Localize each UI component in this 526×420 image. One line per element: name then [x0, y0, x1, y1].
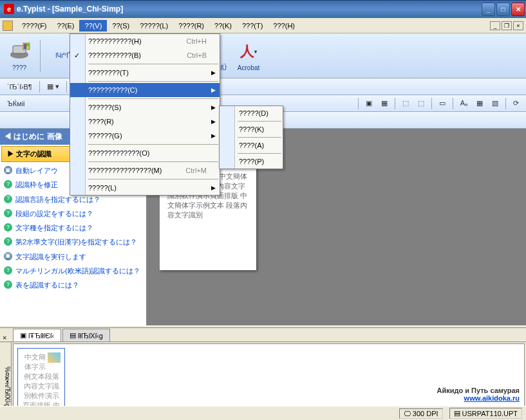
minimize-button[interactable]: _ — [482, 3, 495, 16]
svg-rect-6 — [26, 46, 29, 49]
menu-item[interactable]: ???????????(H)Ctrl+H — [70, 34, 220, 48]
scan-group[interactable]: ???? — [4, 39, 35, 73]
watermark: Айкидо и Путь самурая www.aikidoka.ru — [437, 387, 520, 402]
tool-icon[interactable]: ▣ — [362, 97, 375, 109]
menu-6[interactable]: ??(K) — [209, 20, 237, 32]
app-acrobat[interactable]: 人 ▾Acrobat — [233, 39, 264, 73]
menu-item[interactable]: ??????????(C)▶ — [70, 83, 220, 97]
mdi-close[interactable]: × — [513, 21, 523, 30]
acrobat-icon: 人 ▾ — [237, 40, 260, 63]
check-icon: ✓ — [74, 51, 80, 60]
titlebar: e e.Typist - [Sample_Chi-Simp] _ □ ✕ — [0, 0, 526, 18]
tool-icon[interactable]: ▦ — [473, 97, 486, 109]
doc-icon — [3, 21, 13, 31]
monitor-icon: 🖵 — [404, 410, 411, 417]
doc-icon: ▤ — [70, 331, 76, 340]
task-item[interactable]: 文字種を指定するには？ — [0, 221, 146, 235]
menu-2[interactable]: ??(V) — [79, 20, 107, 32]
app-icon: e — [4, 4, 14, 14]
submenu-arrow-icon: ▶ — [211, 132, 216, 139]
tool-icon[interactable]: ▦ — [378, 97, 391, 109]
tool-icon[interactable]: ⬚ — [415, 97, 427, 109]
tool-label: ´ſЂ´ſ›В¶ — [4, 81, 35, 93]
menu-item[interactable]: ??????(G)▶ — [70, 129, 220, 143]
submenu-arrow-icon: ▶ — [211, 87, 216, 93]
tool-icon[interactable]: ⟳ — [510, 97, 522, 109]
task-item[interactable]: 文字認識を実行します — [0, 250, 146, 264]
doc-icon: ▣ — [20, 331, 26, 340]
tool-icon[interactable]: ▧ — [489, 97, 502, 109]
submenu-arrow-icon: ▶ — [211, 104, 216, 111]
scanner-icon — [8, 40, 31, 63]
menu-1[interactable]: ??(E) — [52, 20, 80, 32]
menu-7[interactable]: ???(T) — [237, 20, 268, 32]
menu-4[interactable]: ?????(L) — [135, 20, 173, 32]
side-label: ЪЌміі — [4, 98, 28, 109]
submenu-arrow-icon: ▶ — [211, 69, 216, 76]
grid-icon[interactable]: ▦ ▾ — [44, 80, 62, 93]
menu-item[interactable]: ????(R)▶ — [70, 114, 220, 129]
menu-item[interactable]: ????????(T)▶ — [70, 66, 220, 80]
bottom-tabs: × ▣ſŦЂſłſЄſ‹ ▤ſłſЂſXſ‹g — [0, 328, 526, 342]
mdi-restore[interactable]: ❐ — [502, 21, 512, 30]
svg-rect-5 — [24, 46, 26, 49]
submenu-arrow-icon: ▶ — [211, 118, 216, 125]
status-dpi: 🖵300 DPI — [399, 408, 443, 419]
submenu: ?????(D)????(K)????(A)????(P) — [219, 105, 283, 169]
menu-5[interactable]: ????(R) — [173, 20, 209, 32]
file-icon: ▤ — [454, 409, 460, 417]
view-menu-dropdown: ???????????(H)Ctrl+H✓???????????(B)Ctrl+… — [70, 33, 220, 196]
task-item[interactable]: 表を認識するには？ — [0, 278, 146, 292]
submenu-arrow-icon: ▶ — [211, 185, 216, 191]
tool-icon[interactable]: ⬚ — [399, 97, 412, 109]
maximize-button[interactable]: □ — [496, 3, 510, 16]
tool-icon[interactable]: ▭ — [436, 97, 449, 109]
scan-label: ???? — [12, 64, 26, 71]
menu-0[interactable]: ????(F) — [17, 20, 52, 32]
menu-item[interactable]: ????????????????(M)Ctrl+M — [70, 163, 220, 178]
window-title: e.Typist - [Sample_Chi-Simp] — [17, 5, 482, 14]
svg-rect-4 — [26, 44, 29, 46]
statusbar: 🖵300 DPI ▤USRPAT110.UPT — [0, 406, 526, 420]
close-button[interactable]: ✕ — [511, 3, 525, 16]
menu-item[interactable]: ??????(S)▶ — [70, 100, 220, 114]
svg-rect-3 — [24, 44, 26, 46]
menubar: ????(F)??(E)??(V)??(S)?????(L)????(R)??(… — [0, 18, 526, 33]
tab-1[interactable]: ▣ſŦЂſłſЄſ‹ — [13, 329, 61, 342]
mdi-minimize[interactable]: _ — [490, 21, 500, 30]
tool-icon[interactable]: Aₐ — [457, 97, 471, 109]
tab-2[interactable]: ▤ſłſЂſXſ‹g — [62, 329, 110, 342]
watermark-link[interactable]: www.aikidoka.ru — [437, 394, 520, 402]
status-file: ▤USRPAT110.UPT — [449, 408, 522, 419]
menu-8[interactable]: ???(H) — [268, 20, 300, 32]
close-panel-icon[interactable]: × — [3, 334, 6, 342]
task-item[interactable]: マルチリンガル(欧米語)認識するには？ — [0, 264, 146, 278]
menu-3[interactable]: ??(S) — [107, 20, 135, 32]
menu-item[interactable]: ?????(L)▶ — [70, 181, 220, 195]
task-item[interactable]: 第2水準文字(旧漢字)を指定するには？ — [0, 235, 146, 249]
task-item[interactable]: 段組の設定をするには？ — [0, 206, 146, 221]
menu-item[interactable]: ?????????????(O) — [70, 146, 220, 160]
menu-item[interactable]: ✓???????????(B)Ctrl+B — [70, 48, 220, 62]
